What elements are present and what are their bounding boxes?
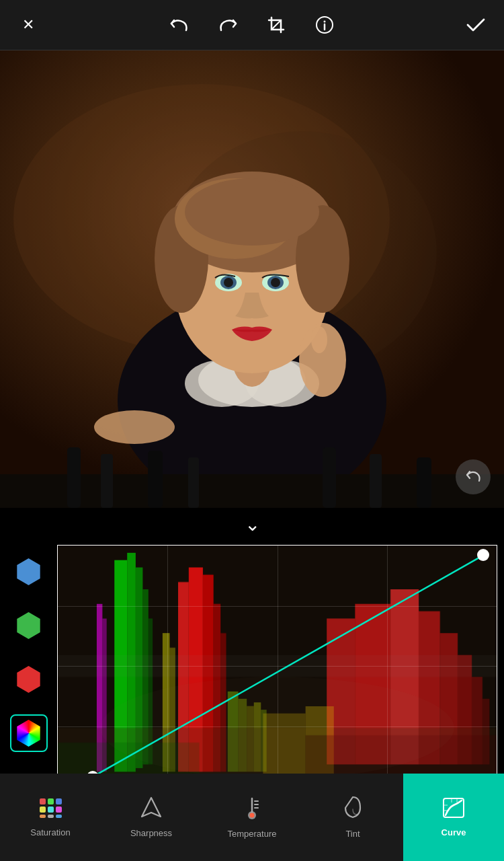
svg-rect-73 xyxy=(56,798,62,804)
undo-button[interactable] xyxy=(165,10,194,40)
svg-rect-33 xyxy=(370,454,382,508)
tint-label: Tint xyxy=(345,829,360,839)
svg-rect-74 xyxy=(40,807,46,813)
svg-line-70 xyxy=(93,555,483,776)
saturation-label: Saturation xyxy=(30,827,70,837)
green-channel-hex xyxy=(15,612,42,639)
sharpness-icon xyxy=(140,796,162,823)
svg-rect-76 xyxy=(56,807,62,813)
svg-rect-77 xyxy=(40,815,46,818)
portrait-svg xyxy=(0,50,504,508)
svg-point-1 xyxy=(324,21,326,23)
chevron-down-icon: ⌄ xyxy=(245,515,260,534)
channel-selector xyxy=(0,538,57,767)
svg-point-25 xyxy=(311,326,327,353)
nav-item-sharpness[interactable]: Sharpness xyxy=(101,774,202,861)
tone-curve-svg xyxy=(58,546,497,786)
svg-rect-34 xyxy=(417,457,431,508)
curve-handle-top[interactable] xyxy=(477,549,489,561)
saturation-icon xyxy=(38,797,62,822)
svg-point-17 xyxy=(185,178,319,246)
temperature-icon xyxy=(243,796,261,823)
info-button[interactable] xyxy=(310,10,339,40)
svg-rect-28 xyxy=(67,447,81,508)
svg-rect-71 xyxy=(40,798,46,804)
crop-button[interactable] xyxy=(261,10,291,40)
redo-button[interactable] xyxy=(213,10,243,40)
temperature-label: Temperature xyxy=(228,829,277,839)
toolbar: ✕ xyxy=(0,0,504,50)
all-channel-hex xyxy=(15,720,42,747)
confirm-button[interactable] xyxy=(461,10,491,40)
svg-point-22 xyxy=(224,278,233,287)
photo-area xyxy=(0,50,504,508)
channel-green-button[interactable] xyxy=(10,607,48,644)
rgb-channel-hex xyxy=(15,558,42,585)
nav-item-curve[interactable]: Curve xyxy=(403,774,504,861)
nav-item-temperature[interactable]: Temperature xyxy=(202,774,302,861)
svg-rect-78 xyxy=(48,815,54,818)
svg-point-26 xyxy=(94,410,175,444)
svg-rect-75 xyxy=(48,807,54,813)
svg-rect-79 xyxy=(56,815,62,818)
curve-icon xyxy=(442,797,465,822)
toolbar-center xyxy=(165,10,339,40)
tint-icon xyxy=(343,796,362,823)
photo-background xyxy=(0,50,504,508)
close-button[interactable]: ✕ xyxy=(13,10,43,40)
channel-red-button[interactable] xyxy=(10,661,48,698)
svg-point-85 xyxy=(250,813,255,818)
svg-rect-30 xyxy=(148,451,163,508)
panel-handle[interactable]: ⌄ xyxy=(0,508,504,541)
channel-rgb-button[interactable] xyxy=(10,553,48,591)
bottom-nav: Saturation Sharpness Temperature xyxy=(0,774,504,861)
nav-item-saturation[interactable]: Saturation xyxy=(0,774,101,861)
svg-rect-72 xyxy=(48,798,54,804)
nav-item-tint[interactable]: Tint xyxy=(302,774,403,861)
svg-rect-32 xyxy=(323,447,336,508)
curve-label: Curve xyxy=(442,827,466,837)
svg-rect-29 xyxy=(101,454,113,508)
edit-panel xyxy=(0,538,504,794)
red-channel-hex xyxy=(15,666,42,693)
curve-area[interactable] xyxy=(57,545,497,787)
sharpness-label: Sharpness xyxy=(130,828,172,838)
channel-all-button[interactable] xyxy=(10,714,48,752)
svg-rect-31 xyxy=(188,457,199,508)
svg-point-23 xyxy=(271,278,280,287)
undo-overlay-button[interactable] xyxy=(456,459,491,494)
